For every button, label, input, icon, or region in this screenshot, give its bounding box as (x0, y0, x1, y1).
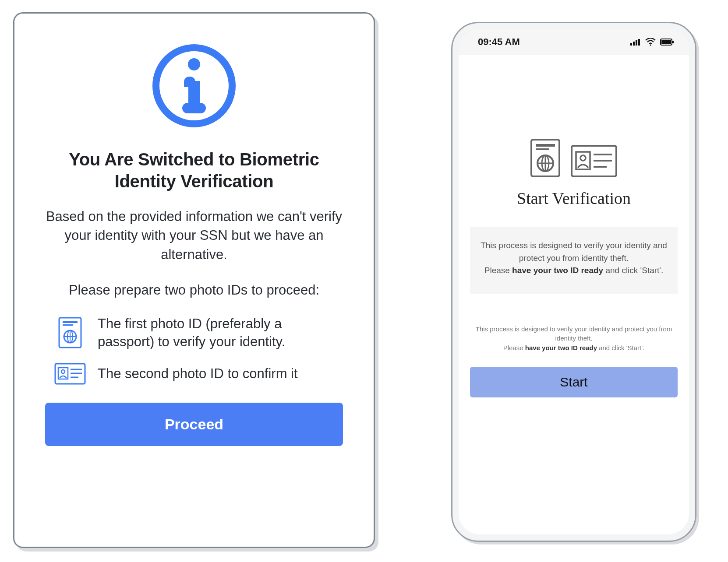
status-time: 09:45 AM (478, 36, 520, 48)
phone-note: This process is designed to verify your … (470, 324, 678, 353)
svg-rect-15 (636, 40, 637, 46)
phone-box-line2: Please have your two ID ready and click … (481, 264, 667, 277)
svg-rect-23 (536, 148, 549, 150)
svg-point-9 (61, 370, 65, 373)
svg-rect-14 (633, 42, 635, 46)
phone-note-line1: This process is designed to verify your … (474, 324, 674, 344)
passport-icon (54, 316, 86, 349)
battery-icon (660, 39, 674, 46)
info-icon (152, 44, 236, 127)
phone-screen: 09:45 AM (459, 29, 689, 534)
svg-rect-1 (63, 321, 78, 323)
id-item-text: The second photo ID to confirm it (98, 365, 298, 383)
phone-info-box: This process is designed to verify your … (470, 227, 678, 294)
svg-point-17 (650, 44, 651, 46)
signal-icon (630, 39, 641, 46)
status-bar: 09:45 AM (459, 29, 689, 55)
svg-rect-22 (536, 144, 555, 147)
status-icons (630, 38, 674, 46)
biometric-switch-card: You Are Switched to Biometric Identity V… (13, 12, 375, 548)
card-paragraph-2: Please prepare two photo IDs to proceed: (45, 281, 343, 299)
svg-rect-20 (672, 41, 674, 43)
wifi-icon (645, 38, 656, 46)
svg-point-30 (580, 155, 586, 161)
svg-rect-19 (661, 40, 671, 44)
passport-icon (530, 138, 561, 178)
svg-rect-2 (63, 324, 73, 326)
start-button[interactable]: Start (470, 367, 678, 397)
card-title: You Are Switched to Biometric Identity V… (45, 148, 343, 192)
id-item-passport: The first photo ID (preferably a passpor… (54, 315, 334, 351)
id-card-icon (54, 362, 86, 385)
id-item-idcard: The second photo ID to confirm it (54, 362, 334, 385)
proceed-button[interactable]: Proceed (45, 403, 343, 446)
id-card-icon (570, 144, 618, 178)
id-item-text: The first photo ID (preferably a passpor… (98, 315, 334, 351)
svg-rect-16 (638, 39, 640, 46)
id-list: The first photo ID (preferably a passpor… (45, 315, 343, 386)
phone-title: Start Verification (517, 189, 631, 208)
phone-body: Start Verification This process is desig… (459, 55, 689, 534)
verification-icons (530, 138, 618, 178)
phone-box-line1: This process is designed to verify your … (481, 239, 667, 264)
phone-frame: 09:45 AM (451, 22, 696, 542)
svg-rect-13 (630, 43, 632, 46)
card-paragraph-1: Based on the provided information we can… (45, 207, 343, 264)
phone-note-line2: Please have your two ID ready and click … (474, 343, 674, 353)
